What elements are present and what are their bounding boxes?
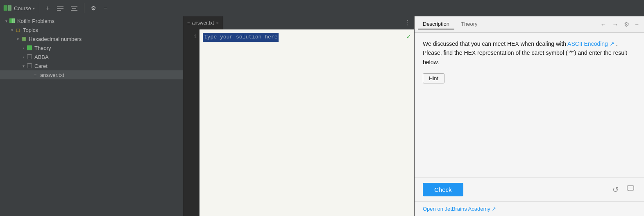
book-icon	[3, 5, 12, 11]
right-panel: Description Theory ← → ⚙ − We discussed …	[415, 16, 644, 216]
forward-button[interactable]: →	[610, 20, 620, 29]
description-text-1: We discussed that you can meet HEX when …	[423, 40, 566, 47]
abba-icon	[26, 54, 33, 60]
check-button[interactable]: Check	[423, 183, 463, 196]
tab-description[interactable]: Description	[418, 19, 454, 29]
sidebar-item-answer[interactable]: › ≡ answer.txt	[0, 70, 183, 79]
caret-label: Caret	[34, 63, 48, 69]
course-button[interactable]: Course ▾	[3, 5, 35, 11]
hexadecimal-label: Hexadecimal numbers	[29, 36, 82, 42]
toolbar-divider-2	[84, 3, 84, 13]
panel-settings-button[interactable]: ⚙	[622, 20, 631, 29]
right-footer: Check ↺	[415, 178, 644, 201]
top-toolbar: Course ▾ + ⚙ −	[0, 0, 644, 16]
sidebar-item-caret[interactable]: ▾ Caret	[0, 61, 183, 70]
back-button[interactable]: ←	[598, 20, 608, 29]
arrow-abba: ›	[20, 54, 26, 60]
editor-content: 1 type your solution here ✓	[183, 29, 414, 216]
arrow-topics: ▾	[9, 27, 15, 33]
hint-button[interactable]: Hint	[423, 73, 444, 83]
right-toolbar: Description Theory ← → ⚙ −	[415, 16, 644, 33]
arrow-hexadecimal: ▾	[15, 36, 20, 42]
svg-rect-3	[8, 5, 11, 11]
course-label: Course	[14, 5, 31, 11]
sidebar-item-theory[interactable]: › Theory	[0, 43, 183, 52]
caret-icon	[26, 63, 33, 69]
sidebar-item-hexadecimal[interactable]: ▾ Hexadecimal numbers	[0, 34, 183, 43]
theory-icon	[26, 45, 33, 51]
align-icon	[57, 5, 63, 11]
jetbrains-academy-link[interactable]: Open on JetBrains Academy ↗	[415, 201, 644, 216]
editor-tabs: ≡ answer.txt × ⋮	[183, 16, 414, 29]
answer-label: answer.txt	[40, 72, 64, 78]
minimize-button[interactable]: −	[101, 3, 110, 14]
comment-icon	[627, 185, 634, 192]
kotlin-problems-label: Kotlin Problems	[17, 18, 54, 24]
abba-label: ABBA	[34, 54, 49, 60]
line-numbers: 1	[183, 29, 200, 216]
toolbar-divider-1	[39, 3, 39, 13]
add-button[interactable]: +	[43, 3, 52, 14]
sidebar-item-kotlin-problems[interactable]: ▾ Kotlin Problems	[0, 16, 183, 25]
theory-label: Theory	[34, 45, 51, 51]
arrow-caret: ▾	[20, 63, 26, 69]
check-mark: ✓	[406, 33, 411, 41]
line-1: 1	[193, 34, 197, 40]
tab-name: answer.txt	[192, 20, 214, 26]
topics-label: Topics	[23, 27, 38, 33]
tab-file-icon: ≡	[187, 20, 190, 25]
tab-more-button[interactable]: ⋮	[401, 16, 414, 29]
right-content: We discussed that you can meet HEX when …	[415, 33, 644, 178]
ascii-encoding-link[interactable]: ASCII Encoding ↗	[567, 40, 615, 47]
reset-button[interactable]: ↺	[611, 184, 620, 196]
settings-button[interactable]: ⚙	[88, 3, 99, 13]
comment-button[interactable]	[625, 184, 636, 196]
editor-area: ≡ answer.txt × ⋮ 1 type your solution he…	[183, 16, 415, 216]
sidebar-item-abba[interactable]: › ABBA	[0, 52, 183, 61]
description-paragraph: We discussed that you can meet HEX when …	[423, 39, 636, 67]
svg-rect-0	[4, 5, 7, 11]
align2-button[interactable]	[68, 4, 80, 13]
sidebar-item-topics[interactable]: ▾ □ Topics	[0, 25, 183, 34]
arrow-theory: ›	[20, 45, 26, 51]
panel-close-button[interactable]: −	[633, 20, 641, 29]
answer-icon: ≡	[32, 72, 39, 78]
folder-icon: □	[15, 27, 21, 33]
svg-rect-15	[627, 186, 634, 190]
main-area: ▾ Kotlin Problems ▾ □ Topics ▾	[0, 16, 644, 216]
editor-tab-answer[interactable]: ≡ answer.txt ×	[183, 16, 223, 29]
grid-icon	[20, 36, 27, 42]
sidebar: ▾ Kotlin Problems ▾ □ Topics ▾	[0, 16, 183, 216]
code-area[interactable]: type your solution here ✓	[200, 29, 414, 216]
align2-icon	[71, 5, 77, 11]
tab-theory[interactable]: Theory	[456, 19, 482, 29]
code-placeholder: type your solution here	[203, 33, 279, 42]
arrow-kotlin-problems: ▾	[3, 18, 9, 24]
course-dropdown-icon: ▾	[33, 6, 35, 11]
book-icon	[9, 18, 16, 24]
tab-close-button[interactable]: ×	[216, 20, 218, 25]
align-button[interactable]	[54, 4, 66, 13]
